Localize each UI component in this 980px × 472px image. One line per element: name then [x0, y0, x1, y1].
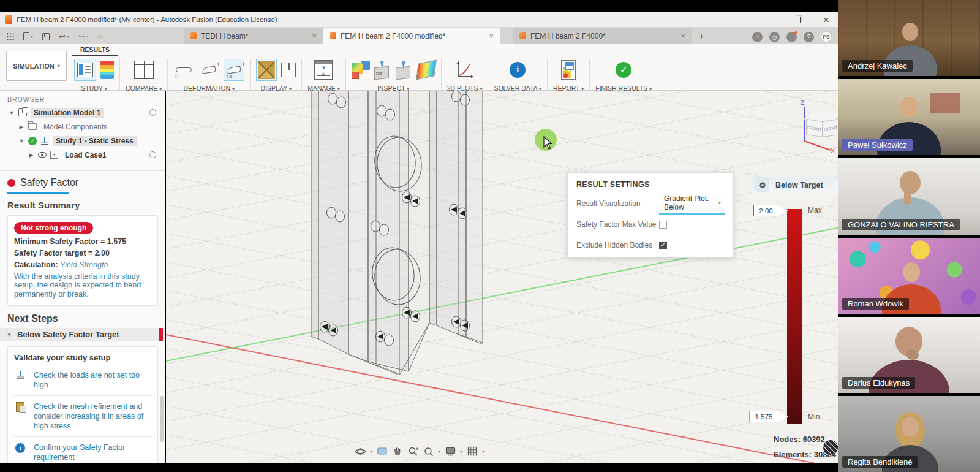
- inspect-probe-icon[interactable]: [396, 61, 413, 79]
- study-details-icon[interactable]: [74, 59, 96, 81]
- deformation-actual-icon[interactable]: [198, 59, 219, 81]
- loads-icon: [16, 371, 25, 380]
- solver-data-info-icon[interactable]: [510, 62, 526, 78]
- zoom-window-icon[interactable]: [423, 446, 434, 457]
- viewcube[interactable]: Z X FRONT RIGHT: [782, 98, 838, 159]
- home-icon[interactable]: ⌂: [98, 32, 103, 41]
- legend-settings-button[interactable]: [755, 178, 769, 192]
- report-icon[interactable]: [561, 60, 576, 80]
- visualization-dropdown[interactable]: Gradient Plot: Below: [659, 193, 725, 215]
- viewcube-right-face[interactable]: RIGHT: [823, 119, 838, 137]
- help-icon[interactable]: ?: [804, 32, 814, 42]
- save-icon[interactable]: [42, 33, 50, 40]
- tree-item-model-components[interactable]: ▶ Model Components: [0, 120, 165, 134]
- job-status-icon[interactable]: ◷: [769, 32, 780, 42]
- solved-check-icon: [28, 137, 37, 145]
- display-settings-icon[interactable]: [445, 446, 456, 457]
- inspect-point-xyz-icon[interactable]: xyz: [374, 61, 391, 79]
- browser-header: BROWSER: [0, 91, 165, 105]
- legend-color-bar[interactable]: [787, 209, 802, 424]
- tree-item-study[interactable]: ▼ Study 1 - Static Stress: [0, 134, 165, 148]
- tree-item-load-case[interactable]: ▶ Load Case1: [0, 148, 165, 162]
- 2d-plots-icon[interactable]: [454, 59, 475, 80]
- caret-down-icon[interactable]: [460, 449, 462, 454]
- grid-settings-icon[interactable]: [467, 446, 478, 457]
- deformation-scaled-icon[interactable]: 1X: [224, 59, 244, 81]
- display-mesh-icon[interactable]: [256, 59, 277, 81]
- compare-icon[interactable]: [134, 61, 154, 79]
- result-summary-heading: Result Summary: [0, 194, 165, 210]
- app-grid-icon[interactable]: [6, 32, 14, 40]
- orbit-icon[interactable]: [355, 446, 366, 457]
- next-step-item[interactable]: Check the mesh refinement and consider i…: [13, 396, 153, 437]
- tree-item-simulation-model[interactable]: ▼ Simulation Model 1: [0, 105, 165, 120]
- viewcube-front-face[interactable]: FRONT: [806, 119, 823, 137]
- visibility-eye-icon[interactable]: [38, 152, 47, 158]
- max-value-label: Safety Factor Max Value: [576, 220, 659, 229]
- participant-tile[interactable]: Roman Wdowik: [838, 238, 980, 314]
- participant-tile[interactable]: Paweł Sułkowicz: [838, 79, 980, 155]
- close-tab-icon[interactable]: [680, 31, 685, 40]
- account-avatar[interactable]: PS: [821, 31, 832, 42]
- document-tab-active[interactable]: FEM H beam 2 F4000 modified*: [323, 28, 500, 44]
- new-tab-button[interactable]: +: [692, 31, 710, 44]
- fusion-document-icon: [190, 32, 197, 39]
- inspect-results-icon[interactable]: [352, 61, 370, 79]
- close-tab-icon[interactable]: [312, 31, 317, 40]
- participant-tile[interactable]: GONZALO VALIÑO RIESTRA: [838, 158, 980, 234]
- next-step-item[interactable]: Check the loads are not set too high: [13, 365, 153, 396]
- chevron-down-icon[interactable]: ▼: [9, 110, 15, 116]
- caret-down-icon[interactable]: [482, 449, 484, 454]
- panel-scrollbar[interactable]: [160, 396, 164, 442]
- x-axis-label: X: [831, 147, 835, 154]
- document-tab[interactable]: TEDI H beam*: [184, 28, 323, 44]
- 3d-viewport[interactable]: Z X FRONT RIGHT RESULT SETTINGS Result V…: [166, 91, 838, 463]
- caret-down-icon[interactable]: [438, 449, 440, 454]
- radio-circle-icon[interactable]: [149, 151, 156, 158]
- h-beam-model[interactable]: [166, 91, 838, 463]
- chevron-right-icon[interactable]: ▶: [28, 152, 34, 158]
- max-value-checkbox[interactable]: [659, 221, 667, 229]
- participant-tile[interactable]: Andrzej Kawalec: [838, 0, 980, 76]
- document-tab[interactable]: FEM H beam 2 F4000*: [513, 28, 692, 44]
- chevron-right-icon[interactable]: ▶: [18, 124, 24, 130]
- pan-hand-icon[interactable]: [392, 446, 403, 457]
- below-target-expander[interactable]: ▾ Below Safety Factor Target: [0, 328, 165, 341]
- fusion-window: FEM H beam 2 F4000 modified* (My center)…: [0, 0, 838, 472]
- min-safety-factor: Minimum Safety Factor = 1.575: [14, 237, 151, 246]
- below-target-red-indicator: [159, 328, 163, 341]
- restore-button[interactable]: [790, 15, 804, 26]
- undo-icon[interactable]: ↩: [59, 32, 69, 41]
- manage-icon[interactable]: [314, 60, 333, 80]
- finish-results-check-icon[interactable]: [616, 62, 631, 78]
- extensions-icon[interactable]: ◔: [752, 32, 763, 42]
- participant-tile[interactable]: Regita Bendikienė: [838, 396, 980, 472]
- exclude-hidden-checkbox[interactable]: [659, 242, 667, 249]
- next-step-item[interactable]: Confirm your Safety Factor requirement: [13, 437, 153, 463]
- legend-min-input[interactable]: 1.575: [749, 411, 778, 422]
- chevron-down-icon[interactable]: ▼: [18, 138, 24, 144]
- redo-icon[interactable]: ↪: [78, 32, 89, 41]
- caret-down-icon[interactable]: [370, 449, 372, 454]
- display-wireframe-icon[interactable]: [281, 63, 296, 77]
- participant-tile[interactable]: Darius Eidukynas: [838, 317, 980, 393]
- notifications-bell-icon[interactable]: [786, 32, 797, 42]
- close-tab-icon[interactable]: [489, 31, 494, 40]
- minimize-button[interactable]: [761, 15, 774, 26]
- info-icon: [15, 443, 25, 453]
- legend-max-input[interactable]: 2.00: [753, 205, 778, 216]
- zoom-icon[interactable]: ±: [407, 446, 418, 457]
- inspect-slice-plane-icon[interactable]: [416, 59, 437, 80]
- results-context-tab[interactable]: RESULTS: [74, 46, 116, 53]
- workspace-selector[interactable]: SIMULATION: [6, 51, 67, 81]
- look-at-icon[interactable]: [377, 446, 388, 457]
- step-text: Confirm your Safety Factor requirement: [34, 443, 151, 462]
- tree-label: Simulation Model 1: [31, 108, 104, 118]
- fusion-document-icon: [519, 32, 526, 39]
- workspace-label: SIMULATION: [13, 63, 55, 70]
- deformation-none-icon[interactable]: 0: [173, 59, 194, 81]
- close-button[interactable]: [820, 15, 833, 26]
- radio-circle-icon[interactable]: [149, 109, 156, 116]
- file-menu-icon[interactable]: [23, 32, 33, 40]
- study-results-icon[interactable]: [100, 61, 114, 79]
